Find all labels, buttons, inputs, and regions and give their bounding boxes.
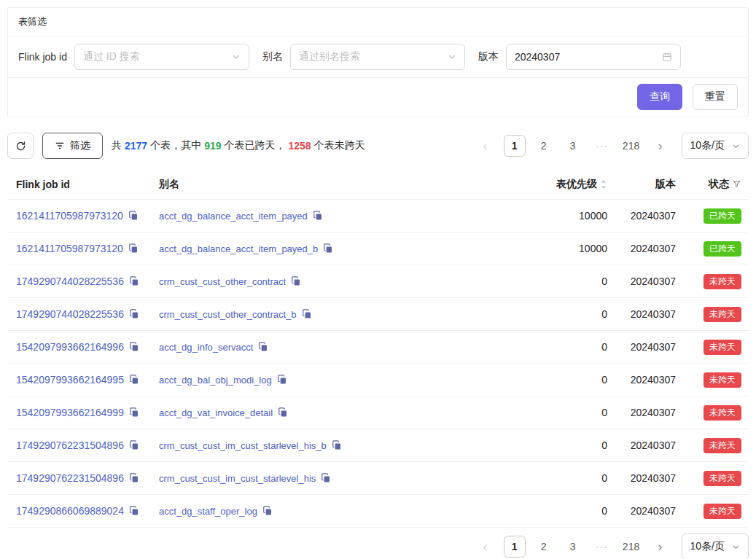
copy-icon[interactable]	[129, 276, 139, 286]
summary-text: 个表，其中	[150, 139, 201, 152]
alias-link[interactable]: acct_dg_info_servacct	[159, 342, 253, 353]
priority-cell: 0	[504, 505, 613, 517]
priority-cell: 0	[504, 308, 613, 320]
job-id-link[interactable]: 1749290762231504896	[16, 472, 124, 484]
field-flink-job-id: Flink job id 通过 ID 搜索	[18, 44, 249, 70]
copy-icon[interactable]	[258, 342, 268, 352]
query-button[interactable]: 查询	[637, 84, 682, 110]
status-badge: 未跨天	[704, 438, 741, 453]
copy-icon[interactable]	[323, 243, 333, 254]
sort-icon[interactable]	[600, 179, 607, 190]
priority-cell: 0	[504, 472, 613, 484]
page-button-3[interactable]: 3	[562, 135, 584, 157]
column-header-priority[interactable]: 表优先级	[504, 178, 613, 191]
job-id-link[interactable]: 1542097993662164996	[16, 341, 124, 353]
alias-link[interactable]: crm_cust_cust_im_cust_starlevel_his_b	[159, 440, 327, 451]
pager-ellipsis[interactable]: ···	[591, 135, 613, 157]
chevron-down-icon	[732, 142, 740, 150]
priority-cell: 0	[504, 374, 613, 386]
next-page-button[interactable]: ›	[650, 536, 671, 558]
flink-job-id-label: Flink job id	[18, 51, 67, 63]
copy-icon[interactable]	[129, 309, 139, 319]
page-button-2[interactable]: 2	[533, 135, 555, 157]
prev-page-button[interactable]: ‹	[475, 536, 496, 558]
refresh-button[interactable]	[7, 133, 34, 159]
job-id-link[interactable]: 1749290744028225536	[16, 275, 124, 287]
page-button-2[interactable]: 2	[533, 536, 555, 558]
filter-form: Flink job id 通过 ID 搜索 别名 通过别名搜索 版本 20240…	[8, 36, 748, 78]
alias-link[interactable]: crm_cust_cust_im_cust_starlevel_his	[159, 473, 316, 484]
version-cell: 20240307	[613, 472, 676, 484]
copy-icon[interactable]	[128, 243, 139, 254]
copy-icon[interactable]	[129, 342, 139, 352]
copy-icon[interactable]	[129, 407, 139, 418]
status-badge: 未跨天	[704, 340, 741, 355]
filter-toggle-button[interactable]: 筛选	[42, 133, 103, 159]
copy-icon[interactable]	[277, 375, 287, 385]
job-id-link[interactable]: 1749290762231504896	[16, 439, 124, 451]
alias-select[interactable]: 通过别名搜索	[290, 44, 465, 70]
status-badge: 已跨天	[704, 208, 741, 224]
job-id-link[interactable]: 1621411705987973120	[16, 243, 123, 254]
table-header: Flink job id 别名 表优先级 版本 状态	[7, 169, 749, 200]
copy-icon[interactable]	[278, 407, 288, 418]
filter-card-title: 表筛选	[8, 8, 748, 36]
copy-icon[interactable]	[332, 440, 342, 450]
copy-icon[interactable]	[128, 211, 139, 221]
page-size-select[interactable]: 10条/页	[682, 533, 749, 559]
job-id-link[interactable]: 1621411705987973120	[16, 210, 123, 222]
page-button-1[interactable]: 1	[504, 135, 526, 157]
alias-link[interactable]: acct_dg_balance_acct_item_payed	[159, 211, 308, 222]
copy-icon[interactable]	[129, 375, 139, 385]
copy-icon[interactable]	[129, 473, 139, 483]
field-alias: 别名 通过别名搜索	[262, 44, 465, 70]
pager-ellipsis[interactable]: ···	[591, 536, 613, 558]
copy-icon[interactable]	[313, 211, 323, 221]
flink-job-id-select[interactable]: 通过 ID 搜索	[74, 44, 249, 70]
job-id-link[interactable]: 1749290744028225536	[16, 308, 124, 320]
alias-link[interactable]: crm_cust_cust_other_contract_b	[159, 309, 297, 320]
alias-link[interactable]: acct_dg_vat_invoice_detail	[159, 407, 273, 418]
page-button-1[interactable]: 1	[504, 536, 526, 558]
page-button-3[interactable]: 3	[562, 536, 584, 558]
job-id-link[interactable]: 1542097993662164999	[16, 407, 124, 418]
pager: ‹123···218›	[475, 135, 671, 157]
status-header-label: 状态	[709, 178, 729, 191]
version-cell: 20240307	[613, 341, 676, 353]
status-badge: 未跨天	[704, 504, 741, 519]
prev-page-button[interactable]: ‹	[475, 135, 496, 157]
copy-icon[interactable]	[129, 440, 139, 450]
alias-placeholder: 通过别名搜索	[299, 50, 360, 63]
alias-link[interactable]: acct_dg_balance_acct_item_payed_b	[159, 243, 318, 254]
alias-link[interactable]: crm_cust_cust_other_contract	[159, 276, 286, 287]
page-size-select[interactable]: 10条/页	[682, 133, 749, 159]
job-id-link[interactable]: 1542097993662164995	[16, 374, 124, 386]
reset-button[interactable]: 重置	[693, 84, 738, 110]
chevron-down-icon	[448, 52, 456, 61]
copy-icon[interactable]	[302, 309, 312, 319]
page-size-value: 10条/页	[690, 540, 725, 553]
status-badge: 未跨天	[704, 372, 741, 388]
copy-icon[interactable]	[321, 473, 331, 483]
alias-label: 别名	[262, 50, 283, 63]
table-row: 1749290744028225536 crm_cust_cust_other_…	[7, 265, 749, 298]
version-cell: 20240307	[613, 439, 676, 451]
tables-table: Flink job id 别名 表优先级 版本 状态 1621411705987…	[7, 169, 749, 528]
version-cell: 20240307	[613, 505, 676, 517]
column-header-alias: 别名	[150, 178, 504, 191]
copy-icon[interactable]	[291, 276, 301, 286]
version-date-input[interactable]: 20240307	[506, 44, 681, 70]
job-id-link[interactable]: 1749290866069889024	[16, 505, 124, 517]
copy-icon[interactable]	[129, 506, 139, 516]
next-page-button[interactable]: ›	[650, 135, 671, 157]
priority-cell: 0	[504, 407, 613, 418]
alias-link[interactable]: acct_dg_bal_obj_modi_log	[159, 375, 272, 386]
column-filter-icon[interactable]	[732, 179, 741, 189]
column-header-version: 版本	[613, 178, 676, 191]
page-button-218[interactable]: 218	[620, 536, 642, 558]
copy-icon[interactable]	[262, 506, 273, 516]
page-button-218[interactable]: 218	[620, 135, 642, 157]
toolbar: 筛选 共 2177 个表，其中 919 个表已跨天， 1258 个表未跨天 ‹1…	[7, 133, 749, 159]
status-badge: 未跨天	[704, 405, 741, 421]
alias-link[interactable]: acct_dg_staff_oper_log	[159, 506, 257, 517]
